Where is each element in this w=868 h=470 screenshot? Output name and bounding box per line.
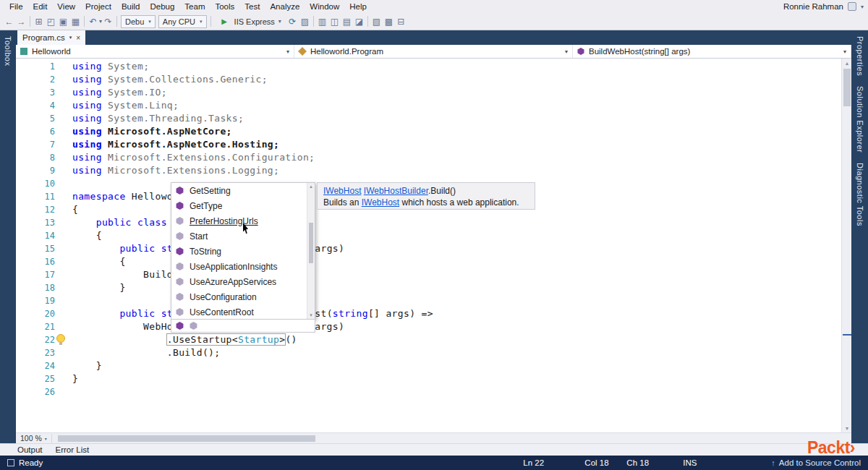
- line-number: 14: [16, 229, 55, 242]
- diagnostic-tools-tab[interactable]: Diagnostic Tools: [856, 163, 864, 226]
- scroll-up-icon[interactable]: ▲: [307, 183, 315, 190]
- member-dropdown[interactable]: BuildWebHost(string[] args) ▾: [573, 45, 851, 58]
- source-control-label: Add to Source Control: [779, 458, 861, 467]
- tab-program-cs[interactable]: Program.cs ▾ ×: [17, 30, 85, 45]
- close-icon[interactable]: ×: [76, 34, 80, 42]
- completion-item[interactable]: UseContentRoot: [171, 304, 315, 320]
- extension-method-icon: [176, 232, 184, 240]
- line-number: 10: [16, 177, 55, 190]
- redo-icon[interactable]: ↷: [102, 15, 114, 27]
- type-link[interactable]: IWebHostBuilder: [364, 186, 428, 196]
- completion-item[interactable]: GetSetting: [171, 183, 315, 198]
- code-text: using Microsoft.Extensions.Configuration…: [72, 151, 315, 164]
- editor-horizontal-scrollbar[interactable]: 100 % ▾: [16, 432, 851, 443]
- quickinfo-signature: IWebHost IWebHostBuilder.Build(): [323, 185, 529, 197]
- menu-project[interactable]: Project: [80, 1, 116, 12]
- step-over-icon[interactable]: ◫: [328, 15, 341, 27]
- step-into-icon[interactable]: ▤: [341, 15, 353, 27]
- line-number: 12: [16, 203, 55, 216]
- add-to-source-control-button[interactable]: ↑ Add to Source Control: [771, 458, 861, 467]
- code-text: {: [72, 255, 126, 268]
- project-name: Helloworld: [32, 47, 71, 56]
- menu-file[interactable]: File: [4, 1, 28, 12]
- code-line: 3using System.IO;: [16, 86, 841, 99]
- popup-scrollbar[interactable]: ▲ ▼: [307, 183, 315, 319]
- menu-tools[interactable]: Tools: [210, 1, 239, 12]
- popup-scroll-thumb[interactable]: [309, 223, 313, 263]
- solution-explorer-tab[interactable]: Solution Explorer: [856, 86, 864, 153]
- code-editor[interactable]: 1using System;2using System.Collections.…: [16, 59, 851, 432]
- type-name: Helloworld.Program: [310, 47, 383, 56]
- menu-analyze[interactable]: Analyze: [265, 1, 305, 12]
- break-all-icon[interactable]: ▥: [316, 15, 328, 27]
- new-file-icon[interactable]: ⊞: [33, 15, 45, 27]
- completion-item[interactable]: UseConfiguration: [171, 289, 315, 304]
- bookmark-icon[interactable]: ⊟: [395, 15, 407, 27]
- find-icon[interactable]: ◪: [353, 15, 365, 27]
- completion-secondary-popup: [171, 319, 315, 333]
- completion-item[interactable]: ToString: [171, 244, 315, 259]
- menu-team[interactable]: Team: [179, 1, 210, 12]
- status-insert-mode: INS: [683, 458, 771, 467]
- code-text: using System.Linq;: [72, 99, 179, 112]
- scroll-down-icon[interactable]: ▼: [307, 312, 315, 319]
- completion-label: UseAzureAppServices: [190, 277, 276, 287]
- completion-item[interactable]: UseApplicationInsights: [171, 259, 315, 274]
- toolbar-separator: [367, 16, 368, 27]
- properties-tab[interactable]: Properties: [856, 36, 864, 76]
- start-debugging-button[interactable]: ▶ IIS Express ▾: [215, 15, 285, 28]
- lightbulb-icon[interactable]: [56, 334, 65, 343]
- toolbar-separator: [84, 16, 85, 27]
- menu-window[interactable]: Window: [305, 1, 344, 12]
- user-name: Ronnie Rahman: [783, 2, 843, 11]
- save-icon[interactable]: ▣: [57, 15, 69, 27]
- save-all-icon[interactable]: ▦: [69, 15, 82, 27]
- scroll-up-icon[interactable]: ▲: [842, 59, 851, 67]
- code-line: 17 BuildWebHost(args).Run();: [16, 268, 841, 281]
- code-text: using System.IO;: [72, 86, 167, 99]
- caret-position-marker: [843, 334, 851, 336]
- navigate-forward-icon[interactable]: →: [15, 15, 27, 27]
- menu-view[interactable]: View: [52, 1, 80, 12]
- platform-dropdown[interactable]: Any CPU ▾: [158, 15, 207, 28]
- editor-vertical-scrollbar[interactable]: ▲ ▼: [841, 59, 851, 432]
- chevron-down-icon: ▾: [278, 18, 281, 25]
- output-tab[interactable]: Output: [17, 445, 43, 454]
- line-number: 23: [16, 346, 55, 359]
- scroll-thumb[interactable]: [58, 435, 315, 442]
- menu-debug[interactable]: Debug: [145, 1, 179, 12]
- project-dropdown[interactable]: Helloworld ▾: [16, 45, 294, 58]
- refresh-icon[interactable]: ⟳: [286, 15, 299, 27]
- scroll-thumb[interactable]: [843, 69, 851, 106]
- code-lines: 1using System;2using System.Collections.…: [16, 59, 841, 432]
- error-list-tab[interactable]: Error List: [56, 445, 90, 454]
- open-file-icon[interactable]: ◰: [45, 15, 57, 27]
- method-icon: [176, 202, 184, 210]
- undo-icon[interactable]: ↶: [87, 15, 99, 27]
- type-dropdown[interactable]: Helloworld.Program ▾: [294, 45, 573, 58]
- toolbar-separator: [30, 16, 30, 27]
- hot-reload-icon[interactable]: ▨: [299, 15, 311, 27]
- extension-method-icon: [176, 308, 184, 316]
- menu-test[interactable]: Test: [239, 1, 265, 12]
- uncomment-icon[interactable]: ▩: [383, 15, 395, 27]
- document-tab-strip: Program.cs ▾ ×: [16, 30, 851, 45]
- menu-build[interactable]: Build: [116, 1, 145, 12]
- zoom-control[interactable]: 100 % ▾: [16, 434, 51, 443]
- menu-help[interactable]: Help: [344, 1, 372, 12]
- completion-item[interactable]: GetType: [171, 198, 315, 213]
- account-area[interactable]: Ronnie Rahman ▾: [783, 2, 864, 11]
- completion-item[interactable]: UseAzureAppServices: [171, 274, 315, 289]
- toolbox-tab[interactable]: Toolbox: [4, 36, 12, 66]
- debug-configuration-dropdown[interactable]: Debu ▾: [121, 15, 156, 28]
- type-link[interactable]: IWebHost: [323, 186, 361, 196]
- navigate-back-icon[interactable]: ←: [3, 15, 15, 27]
- line-number: 26: [16, 385, 55, 398]
- type-link[interactable]: IWebHost: [362, 197, 399, 208]
- comment-icon[interactable]: ▧: [370, 15, 383, 27]
- code-line: 25}: [16, 372, 841, 385]
- chevron-down-icon[interactable]: ▾: [69, 35, 72, 40]
- completion-label: UseConfiguration: [190, 292, 257, 302]
- menu-edit[interactable]: Edit: [28, 1, 53, 12]
- scroll-down-icon[interactable]: ▼: [842, 424, 851, 432]
